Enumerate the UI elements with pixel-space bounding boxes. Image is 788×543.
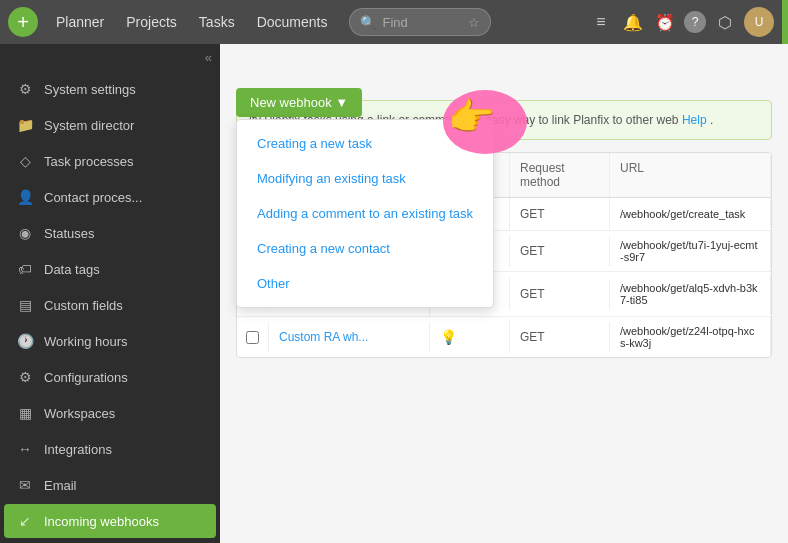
add-button[interactable]: + bbox=[8, 7, 38, 37]
search-bar[interactable]: 🔍 ☆ bbox=[349, 8, 491, 36]
nav-planner[interactable]: Planner bbox=[46, 10, 114, 34]
help-icon[interactable]: ? bbox=[684, 11, 706, 33]
row1-url-cell: /webhook/get/create_task bbox=[610, 200, 771, 228]
sidebar-label-statuses: Statuses bbox=[44, 226, 95, 241]
sidebar-item-configurations[interactable]: ⚙ Configurations bbox=[4, 360, 216, 394]
folder-icon: 📁 bbox=[16, 116, 34, 134]
sidebar-label-system-settings: System settings bbox=[44, 82, 136, 97]
sidebar-item-custom-fields[interactable]: ▤ Custom fields bbox=[4, 288, 216, 322]
workspace-icon: ▦ bbox=[16, 404, 34, 422]
table-row: Custom RA wh... 💡 GET /webhook/get/z24l-… bbox=[237, 317, 771, 357]
dropdown-item-add-comment[interactable]: Adding a comment to an existing task bbox=[237, 196, 493, 231]
row4-name-cell: Custom RA wh... bbox=[269, 322, 430, 352]
sidebar-item-working-hours[interactable]: 🕐 Working hours bbox=[4, 324, 216, 358]
dropdown-item-create-task[interactable]: Creating a new task bbox=[237, 126, 493, 161]
row3-method-cell: GET bbox=[510, 279, 610, 309]
new-webhook-button[interactable]: New webhook ▼ bbox=[236, 88, 362, 117]
sidebar-item-workspaces[interactable]: ▦ Workspaces bbox=[4, 396, 216, 430]
row1-method-cell: GET bbox=[510, 199, 610, 229]
dropdown-container: New webhook ▼ Creating a new task Modify… bbox=[236, 88, 494, 308]
sidebar-label-system-directory: System director bbox=[44, 118, 134, 133]
nav-tasks[interactable]: Tasks bbox=[189, 10, 245, 34]
row4-bulb-cell: 💡 bbox=[430, 321, 510, 353]
search-input[interactable] bbox=[382, 15, 462, 30]
bell-icon[interactable]: 🔔 bbox=[620, 9, 646, 35]
sidebar-collapse[interactable]: « bbox=[0, 44, 220, 71]
row2-url-cell: /webhook/get/tu7i-1yuj-ecmt-s9r7 bbox=[610, 231, 771, 271]
info-dot: . bbox=[710, 113, 713, 127]
config-icon: ⚙ bbox=[16, 368, 34, 386]
topnav-actions: ≡ 🔔 ⏰ ? ⬡ U bbox=[588, 7, 774, 37]
star-icon: ☆ bbox=[468, 15, 480, 30]
settings-icon: ⚙ bbox=[16, 80, 34, 98]
nav-links: Planner Projects Tasks Documents bbox=[46, 10, 337, 34]
webhook-dropdown-menu: Creating a new task Modifying an existin… bbox=[236, 119, 494, 308]
row4-method-cell: GET bbox=[510, 322, 610, 352]
sidebar-item-contact-processes[interactable]: 👤 Contact proces... bbox=[4, 180, 216, 214]
menu-icon[interactable]: ≡ bbox=[588, 9, 614, 35]
integration-icon: ↔ bbox=[16, 440, 34, 458]
layers-icon[interactable]: ⬡ bbox=[712, 9, 738, 35]
dropdown-item-create-contact[interactable]: Creating a new contact bbox=[237, 231, 493, 266]
collapse-icon[interactable]: « bbox=[205, 50, 212, 65]
dropdown-item-other[interactable]: Other bbox=[237, 266, 493, 301]
row4-name-link[interactable]: Custom RA wh... bbox=[279, 330, 368, 344]
search-icon: 🔍 bbox=[360, 15, 376, 30]
sidebar-label-workspaces: Workspaces bbox=[44, 406, 115, 421]
tag-icon: 🏷 bbox=[16, 260, 34, 278]
sidebar-item-statuses[interactable]: ◉ Statuses bbox=[4, 216, 216, 250]
email-icon: ✉ bbox=[16, 476, 34, 494]
sidebar-label-working-hours: Working hours bbox=[44, 334, 128, 349]
dropdown-item-modify-task[interactable]: Modifying an existing task bbox=[237, 161, 493, 196]
sidebar-item-email[interactable]: ✉ Email bbox=[4, 468, 216, 502]
nav-projects[interactable]: Projects bbox=[116, 10, 187, 34]
sidebar-label-contact-processes: Contact proces... bbox=[44, 190, 142, 205]
contact-icon: 👤 bbox=[16, 188, 34, 206]
sidebar-item-integrations[interactable]: ↔ Integrations bbox=[4, 432, 216, 466]
green-bar bbox=[782, 0, 788, 44]
col-url: URL bbox=[610, 153, 771, 197]
row4-bulb-icon[interactable]: 💡 bbox=[440, 329, 457, 345]
sidebar-label-custom-fields: Custom fields bbox=[44, 298, 123, 313]
row2-method-cell: GET bbox=[510, 236, 610, 266]
time-icon: 🕐 bbox=[16, 332, 34, 350]
row4-checkbox-cell bbox=[237, 323, 269, 352]
avatar[interactable]: U bbox=[744, 7, 774, 37]
sidebar-item-task-processes[interactable]: ◇ Task processes bbox=[4, 144, 216, 178]
sidebar-item-incoming-webhooks[interactable]: ↙ Incoming webhooks bbox=[4, 504, 216, 538]
main-content: New webhook ▼ Creating a new task Modify… bbox=[220, 44, 788, 543]
sidebar-label-integrations: Integrations bbox=[44, 442, 112, 457]
sidebar-label-email: Email bbox=[44, 478, 77, 493]
circle-icon: ◉ bbox=[16, 224, 34, 242]
fields-icon: ▤ bbox=[16, 296, 34, 314]
info-help-link[interactable]: Help bbox=[682, 113, 707, 127]
sidebar-item-system-directory[interactable]: 📁 System director bbox=[4, 108, 216, 142]
sidebar: « ⚙ System settings 📁 System director ◇ … bbox=[0, 44, 220, 543]
col-method: Request method bbox=[510, 153, 610, 197]
row4-url-cell: /webhook/get/z24l-otpq-hxcs-kw3j bbox=[610, 317, 771, 357]
sidebar-item-system-settings[interactable]: ⚙ System settings bbox=[4, 72, 216, 106]
clock-icon[interactable]: ⏰ bbox=[652, 9, 678, 35]
nav-documents[interactable]: Documents bbox=[247, 10, 338, 34]
webhook-icon: ↙ bbox=[16, 512, 34, 530]
sidebar-label-incoming-webhooks: Incoming webhooks bbox=[44, 514, 159, 529]
sidebar-item-data-tags[interactable]: 🏷 Data tags bbox=[4, 252, 216, 286]
diamond-icon: ◇ bbox=[16, 152, 34, 170]
row3-url-cell: /webhook/get/alq5-xdvh-b3k7-ti85 bbox=[610, 274, 771, 314]
sidebar-label-configurations: Configurations bbox=[44, 370, 128, 385]
row4-checkbox[interactable] bbox=[246, 331, 259, 344]
sidebar-label-task-processes: Task processes bbox=[44, 154, 134, 169]
sidebar-label-data-tags: Data tags bbox=[44, 262, 100, 277]
